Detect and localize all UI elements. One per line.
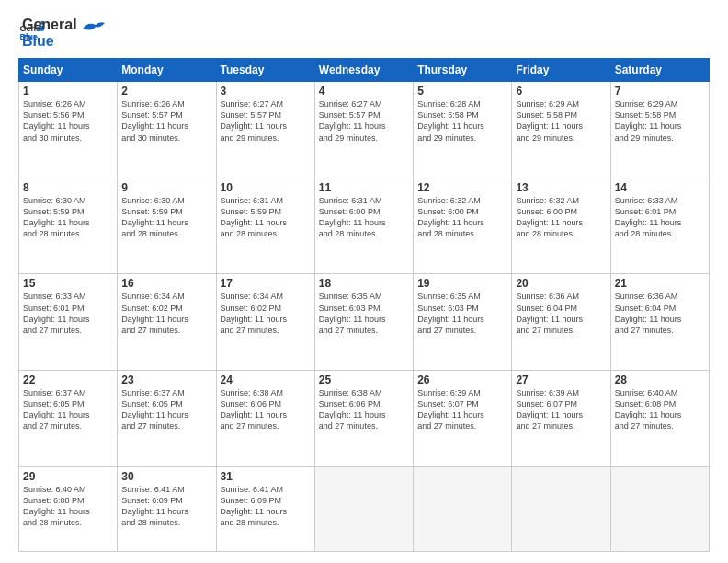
calendar-cell: 13 Sunrise: 6:32 AM Sunset: 6:00 PM Dayl…	[512, 178, 610, 274]
day-info: Sunrise: 6:26 AM Sunset: 5:57 PM Dayligh…	[121, 98, 211, 144]
day-info: Sunrise: 6:31 AM Sunset: 5:59 PM Dayligh…	[221, 195, 311, 240]
day-number: 3	[221, 85, 311, 98]
day-info: Sunrise: 6:32 AM Sunset: 6:00 PM Dayligh…	[516, 195, 606, 240]
weekday-header-saturday: Saturday	[610, 59, 709, 82]
day-number: 16	[121, 277, 211, 290]
day-info: Sunrise: 6:34 AM Sunset: 6:02 PM Dayligh…	[221, 291, 311, 336]
calendar-cell: 9 Sunrise: 6:30 AM Sunset: 5:59 PM Dayli…	[118, 178, 216, 274]
day-number: 8	[23, 181, 113, 194]
calendar-cell: 4 Sunrise: 6:27 AM Sunset: 5:57 PM Dayli…	[314, 82, 413, 178]
calendar-cell: 3 Sunrise: 6:27 AM Sunset: 5:57 PM Dayli…	[216, 82, 314, 178]
day-number: 9	[121, 181, 211, 194]
calendar-cell: 22 Sunrise: 6:37 AM Sunset: 6:05 PM Dayl…	[19, 371, 118, 467]
day-info: Sunrise: 6:31 AM Sunset: 6:00 PM Dayligh…	[319, 195, 409, 240]
day-info: Sunrise: 6:32 AM Sunset: 6:00 PM Dayligh…	[417, 195, 507, 240]
day-number: 23	[121, 373, 211, 386]
calendar-cell: 5 Sunrise: 6:28 AM Sunset: 5:58 PM Dayli…	[414, 82, 512, 178]
day-info: Sunrise: 6:27 AM Sunset: 5:57 PM Dayligh…	[221, 98, 311, 144]
calendar-cell	[314, 466, 413, 551]
day-number: 26	[417, 373, 507, 386]
calendar-cell: 26 Sunrise: 6:39 AM Sunset: 6:07 PM Dayl…	[414, 371, 512, 467]
weekday-header-tuesday: Tuesday	[216, 59, 314, 82]
calendar-cell: 16 Sunrise: 6:34 AM Sunset: 6:02 PM Dayl…	[118, 274, 216, 371]
calendar-header-row: SundayMondayTuesdayWednesdayThursdayFrid…	[19, 59, 710, 82]
week-row-5: 29 Sunrise: 6:40 AM Sunset: 6:08 PM Dayl…	[19, 466, 710, 551]
calendar-cell: 20 Sunrise: 6:36 AM Sunset: 6:04 PM Dayl…	[512, 274, 610, 371]
calendar-cell: 6 Sunrise: 6:29 AM Sunset: 5:58 PM Dayli…	[512, 82, 610, 178]
day-number: 7	[615, 85, 705, 98]
week-row-3: 15 Sunrise: 6:33 AM Sunset: 6:01 PM Dayl…	[19, 274, 710, 371]
day-info: Sunrise: 6:33 AM Sunset: 6:01 PM Dayligh…	[615, 195, 705, 240]
day-info: Sunrise: 6:40 AM Sunset: 6:08 PM Dayligh…	[615, 387, 705, 432]
day-info: Sunrise: 6:26 AM Sunset: 5:56 PM Dayligh…	[23, 98, 113, 144]
calendar-cell: 18 Sunrise: 6:35 AM Sunset: 6:03 PM Dayl…	[314, 274, 413, 371]
logo-blue: Blue	[22, 33, 77, 50]
day-number: 1	[23, 85, 113, 98]
day-info: Sunrise: 6:39 AM Sunset: 6:07 PM Dayligh…	[516, 387, 606, 432]
day-number: 24	[221, 373, 311, 386]
page: General Blue General Blue SundayMondayTu…	[0, 0, 728, 563]
day-info: Sunrise: 6:38 AM Sunset: 6:06 PM Dayligh…	[319, 387, 409, 432]
day-info: Sunrise: 6:40 AM Sunset: 6:08 PM Dayligh…	[23, 484, 113, 529]
day-info: Sunrise: 6:36 AM Sunset: 6:04 PM Dayligh…	[615, 291, 705, 336]
day-info: Sunrise: 6:41 AM Sunset: 6:09 PM Dayligh…	[121, 484, 211, 529]
day-info: Sunrise: 6:37 AM Sunset: 6:05 PM Dayligh…	[23, 387, 113, 432]
day-number: 5	[417, 85, 507, 98]
calendar-cell: 12 Sunrise: 6:32 AM Sunset: 6:00 PM Dayl…	[414, 178, 512, 274]
calendar-cell: 2 Sunrise: 6:26 AM Sunset: 5:57 PM Dayli…	[118, 82, 216, 178]
day-number: 14	[615, 181, 705, 194]
day-info: Sunrise: 6:34 AM Sunset: 6:02 PM Dayligh…	[121, 291, 211, 336]
day-info: Sunrise: 6:29 AM Sunset: 5:58 PM Dayligh…	[516, 98, 606, 144]
day-number: 25	[319, 373, 409, 386]
day-number: 27	[516, 373, 606, 386]
calendar-cell: 8 Sunrise: 6:30 AM Sunset: 5:59 PM Dayli…	[19, 178, 118, 274]
week-row-4: 22 Sunrise: 6:37 AM Sunset: 6:05 PM Dayl…	[19, 371, 710, 467]
weekday-header-thursday: Thursday	[414, 59, 512, 82]
day-info: Sunrise: 6:35 AM Sunset: 6:03 PM Dayligh…	[319, 291, 409, 336]
logo-bird	[83, 19, 105, 38]
day-info: Sunrise: 6:27 AM Sunset: 5:57 PM Dayligh…	[319, 98, 409, 144]
weekday-header-monday: Monday	[118, 59, 216, 82]
calendar-cell: 27 Sunrise: 6:39 AM Sunset: 6:07 PM Dayl…	[512, 371, 610, 467]
calendar-cell: 14 Sunrise: 6:33 AM Sunset: 6:01 PM Dayl…	[610, 178, 709, 274]
calendar-cell: 24 Sunrise: 6:38 AM Sunset: 6:06 PM Dayl…	[216, 371, 314, 467]
calendar-table: SundayMondayTuesdayWednesdayThursdayFrid…	[18, 58, 710, 552]
day-number: 31	[221, 470, 311, 483]
day-number: 11	[319, 181, 409, 194]
day-number: 10	[221, 181, 311, 194]
day-info: Sunrise: 6:29 AM Sunset: 5:58 PM Dayligh…	[615, 98, 705, 144]
weekday-header-wednesday: Wednesday	[314, 59, 413, 82]
day-number: 19	[417, 277, 507, 290]
day-info: Sunrise: 6:28 AM Sunset: 5:58 PM Dayligh…	[417, 98, 507, 144]
week-row-2: 8 Sunrise: 6:30 AM Sunset: 5:59 PM Dayli…	[19, 178, 710, 274]
day-number: 29	[23, 470, 113, 483]
day-number: 6	[516, 85, 606, 98]
calendar-cell: 7 Sunrise: 6:29 AM Sunset: 5:58 PM Dayli…	[610, 82, 709, 178]
calendar-cell: 1 Sunrise: 6:26 AM Sunset: 5:56 PM Dayli…	[19, 82, 118, 178]
calendar-cell: 30 Sunrise: 6:41 AM Sunset: 6:09 PM Dayl…	[118, 466, 216, 551]
logo: General Blue General Blue	[18, 15, 105, 49]
logo-general: General	[22, 17, 77, 33]
day-info: Sunrise: 6:39 AM Sunset: 6:07 PM Dayligh…	[417, 387, 507, 432]
calendar-cell: 11 Sunrise: 6:31 AM Sunset: 6:00 PM Dayl…	[314, 178, 413, 274]
day-info: Sunrise: 6:41 AM Sunset: 6:09 PM Dayligh…	[221, 484, 311, 529]
calendar-cell: 28 Sunrise: 6:40 AM Sunset: 6:08 PM Dayl…	[610, 371, 709, 467]
day-info: Sunrise: 6:33 AM Sunset: 6:01 PM Dayligh…	[23, 291, 113, 336]
calendar-cell: 29 Sunrise: 6:40 AM Sunset: 6:08 PM Dayl…	[19, 466, 118, 551]
day-number: 28	[615, 373, 705, 386]
calendar-cell: 21 Sunrise: 6:36 AM Sunset: 6:04 PM Dayl…	[610, 274, 709, 371]
calendar-cell: 15 Sunrise: 6:33 AM Sunset: 6:01 PM Dayl…	[19, 274, 118, 371]
day-number: 18	[319, 277, 409, 290]
calendar-cell	[512, 466, 610, 551]
day-number: 4	[319, 85, 409, 98]
day-number: 20	[516, 277, 606, 290]
day-number: 22	[23, 373, 113, 386]
calendar-cell: 19 Sunrise: 6:35 AM Sunset: 6:03 PM Dayl…	[414, 274, 512, 371]
day-info: Sunrise: 6:38 AM Sunset: 6:06 PM Dayligh…	[221, 387, 311, 432]
weekday-header-friday: Friday	[512, 59, 610, 82]
day-number: 13	[516, 181, 606, 194]
day-number: 2	[121, 85, 211, 98]
week-row-1: 1 Sunrise: 6:26 AM Sunset: 5:56 PM Dayli…	[19, 82, 710, 178]
day-number: 21	[615, 277, 705, 290]
header: General Blue General Blue	[18, 15, 710, 49]
